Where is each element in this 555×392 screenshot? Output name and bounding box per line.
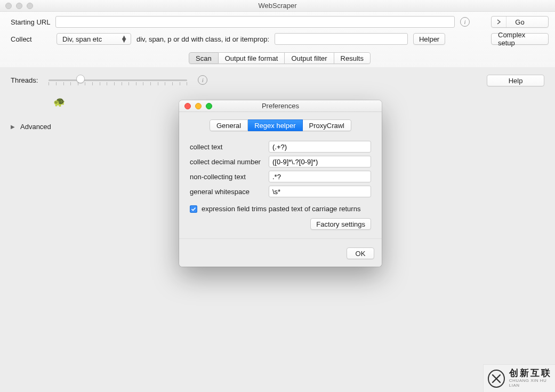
ok-button[interactable]: OK [347, 247, 374, 259]
collect-text-input[interactable] [269, 141, 371, 153]
collect-select-value: Div, span etc [62, 35, 102, 43]
prefs-titlebar: Preferences [179, 100, 382, 112]
preferences-window: Preferences General Regex helper ProxyCr… [179, 100, 382, 267]
tab-output-filter[interactable]: Output filter [285, 52, 334, 64]
go-button-label: Go [515, 18, 524, 26]
info-icon[interactable]: i [460, 17, 470, 27]
main-window-title: WebScraper [0, 2, 555, 10]
whitespace-label: general whitespace [190, 188, 269, 196]
starting-url-input[interactable] [55, 16, 455, 28]
trim-checkbox[interactable] [190, 205, 197, 213]
go-button[interactable]: Go [491, 16, 549, 28]
threads-slider[interactable] [49, 75, 187, 85]
chevron-right-icon [492, 17, 506, 27]
tab-proxycrawl[interactable]: ProxyCrawl [303, 119, 351, 131]
badge-logo-icon [488, 370, 505, 388]
collect-filter-input[interactable] [275, 33, 408, 45]
tab-regex-helper[interactable]: Regex helper [248, 119, 302, 131]
trim-checkbox-label: expression field trims pasted text of ca… [202, 205, 360, 213]
collect-text-label: collect text [190, 143, 269, 151]
threads-label: Threads: [11, 76, 38, 84]
collect-select[interactable]: Div, span etc ▲▼ [57, 33, 131, 45]
complex-setup-button[interactable]: Complex setup [491, 33, 549, 45]
factory-settings-button[interactable]: Factory settings [310, 218, 371, 230]
disclosure-triangle-icon[interactable]: ▶ [11, 124, 15, 130]
tab-output-file-format[interactable]: Output file format [219, 52, 285, 64]
collect-hint-label: div, span, p or dd with class, id or ite… [136, 35, 269, 43]
badge-text-cn: 创新互联 [509, 369, 555, 379]
prefs-tabs: General Regex helper ProxyCrawl [210, 119, 351, 131]
starting-url-label: Starting URL [11, 18, 50, 26]
non-collecting-label: non-collecting text [190, 173, 269, 181]
prefs-title: Preferences [179, 102, 382, 110]
tab-results[interactable]: Results [334, 52, 371, 64]
updown-arrows-icon: ▲▼ [120, 36, 127, 42]
corner-badge: 创新互联 CHUANG XIN HU LIAN [483, 364, 555, 392]
main-toolbar: Starting URL i Go Collect Div, span etc … [0, 12, 555, 69]
threads-info-icon[interactable]: i [198, 75, 207, 85]
main-tabs: Scan Output file format Output filter Re… [189, 52, 371, 64]
badge-text-en: CHUANG XIN HU LIAN [509, 379, 555, 388]
collect-label: Collect [11, 35, 51, 43]
main-titlebar: WebScraper [0, 0, 555, 12]
collect-decimal-input[interactable] [269, 156, 371, 167]
advanced-label[interactable]: Advanced [20, 123, 51, 131]
prefs-body: collect text collect decimal number non-… [179, 135, 382, 238]
tab-scan[interactable]: Scan [189, 52, 219, 64]
help-button[interactable]: Help [487, 75, 544, 86]
collect-decimal-label: collect decimal number [190, 158, 269, 166]
whitespace-input[interactable] [269, 186, 371, 197]
non-collecting-input[interactable] [269, 171, 371, 182]
tab-general[interactable]: General [210, 119, 248, 131]
helper-button[interactable]: Helper [413, 33, 445, 45]
